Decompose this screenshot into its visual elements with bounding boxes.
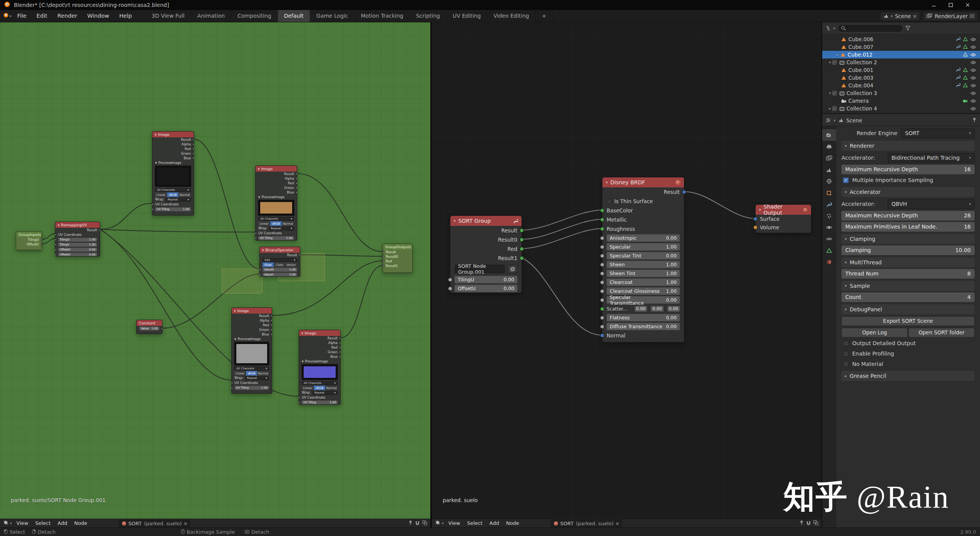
open-sort-folder-button[interactable]: Open SORT folder	[908, 328, 975, 337]
preview-toggle-row[interactable]: ▾PreviewImage	[152, 160, 194, 165]
wrap-dropdown[interactable]: Repeat▾	[166, 198, 191, 202]
disney-brdf-node[interactable]: ▾ Disney BRDF Result Is Thin Surface Bas…	[602, 177, 684, 342]
node-header[interactable]: ▾ Shader Output	[756, 205, 811, 215]
collapse-icon[interactable]: ▾	[301, 331, 303, 335]
node-input-row[interactable]: Result	[383, 250, 412, 254]
properties-editor-icon[interactable]	[826, 117, 831, 124]
tiling-slider[interactable]: UV Tiling1.00	[302, 401, 338, 404]
max-recursive-depth-slider[interactable]: Maximum Recursive Depth16	[841, 165, 975, 174]
sample-count-slider[interactable]: Count4	[841, 292, 975, 302]
node-output-row[interactable]: Result	[260, 253, 300, 257]
collection-checkbox[interactable]: ✓	[832, 91, 837, 95]
workspace-tab[interactable]: Default	[278, 10, 310, 22]
input-socket[interactable]	[600, 334, 604, 338]
outliner-row[interactable]: ▾ ✓ Collection 3	[822, 89, 980, 97]
editor-type-icon[interactable]	[3, 520, 9, 526]
accel-max-recursive-depth-slider[interactable]: Maximum Recursive Depth28	[841, 211, 975, 220]
workspace-tab[interactable]: Scripting	[410, 10, 447, 22]
output-socket[interactable]	[296, 191, 297, 194]
node-output-row[interactable]: Green	[299, 350, 340, 354]
output-properties-tab[interactable]	[822, 141, 836, 152]
input-socket[interactable]	[55, 238, 57, 241]
preview-toggle-row[interactable]: ▾PreviewImage	[232, 337, 272, 341]
value-slider[interactable]: Value1.00	[139, 327, 159, 331]
input-socket[interactable]	[753, 225, 758, 230]
node-input-row[interactable]: BaseColor	[602, 206, 684, 215]
outliner-row[interactable]: Cube.004	[822, 82, 980, 89]
node-output-row[interactable]: OffsetU	[16, 242, 42, 247]
clamping-panel-header[interactable]: ▾Clamping	[841, 234, 975, 244]
node-slider-row[interactable]: TilingV1.00	[55, 242, 100, 247]
segment-linear[interactable]: Linear	[302, 386, 314, 390]
export-sort-scene-button[interactable]: Export SORT Scene	[841, 316, 975, 326]
new-view-layer-icon[interactable]	[970, 13, 974, 19]
tiling-slider[interactable]: UV Tiling1.00	[258, 236, 294, 240]
segment-srgb[interactable]: sRGB	[246, 371, 258, 376]
collapse-icon[interactable]: ▾	[258, 167, 260, 171]
node-output-row[interactable]: Green	[256, 185, 297, 190]
wrench-icon[interactable]	[956, 36, 960, 42]
expand-icon[interactable]: ▾	[828, 91, 832, 95]
accelerator-panel-header[interactable]: ▾Accelerator	[841, 187, 975, 197]
input-socket[interactable]	[55, 253, 57, 256]
output-socket[interactable]	[296, 173, 297, 175]
wrap-row[interactable]: Wrap:Repeat▾	[299, 390, 340, 395]
mesh-data-icon[interactable]	[963, 52, 968, 58]
node-output-row[interactable]: Alpha	[299, 341, 340, 345]
shader-node-editor-right[interactable]: ▾ SORT Group ResultResult0RedResult1 SOR…	[432, 22, 821, 528]
expand-icon[interactable]: ▸	[835, 53, 840, 57]
tiling-row[interactable]: UV Tiling1.00	[152, 207, 194, 212]
input-socket[interactable]	[600, 316, 604, 320]
collapse-icon[interactable]: ▾	[58, 223, 60, 227]
wrap-dropdown[interactable]: Repeat▾	[313, 391, 338, 395]
normal-input-row[interactable]: Normal	[602, 331, 684, 340]
preview-toggle-row[interactable]: ▾PreviewImage	[299, 359, 340, 364]
collapse-icon[interactable]: ▾	[262, 248, 264, 252]
accelerator-dropdown[interactable]: QBVH▾	[888, 199, 975, 209]
menu-item[interactable]: Window	[82, 10, 114, 22]
output-socket[interactable]	[339, 346, 341, 349]
node-slider-row[interactable]: Clearcoat1.00	[602, 278, 684, 287]
output-socket[interactable]	[192, 152, 194, 155]
output-socket[interactable]	[520, 238, 524, 242]
node-output-row[interactable]: Result	[152, 137, 194, 142]
minimize-icon[interactable]	[925, 0, 942, 10]
output-socket[interactable]	[99, 229, 100, 232]
outliner-row[interactable]: Cube.003	[822, 74, 980, 82]
node-output-row[interactable]: Alpha	[256, 176, 297, 181]
tiling-row[interactable]: UV Tiling1.00	[256, 235, 297, 240]
camera-data-icon[interactable]	[963, 98, 968, 104]
input-socket[interactable]	[231, 386, 233, 389]
group-outputs-node[interactable]: GroupOutputs ResultResult0RedResult1	[383, 244, 413, 273]
eye-icon[interactable]	[970, 82, 976, 88]
sort-group-node[interactable]: ▾ SORT Group ResultResult0RedResult1 SOR…	[450, 215, 522, 293]
output-socket[interactable]	[520, 229, 524, 233]
node-slider-row[interactable]: Anisotropic0.00	[602, 234, 684, 242]
editor-divider[interactable]	[430, 22, 432, 528]
node-header[interactable]: ▾Image	[299, 330, 340, 336]
collapse-icon[interactable]: ▾	[155, 133, 157, 137]
outliner-row[interactable]: Cube.007	[822, 43, 980, 51]
wrap-row[interactable]: Wrap:Repeat▾	[232, 376, 272, 381]
output-socket[interactable]	[161, 327, 162, 330]
output-socket[interactable]	[271, 315, 272, 317]
node-output-row[interactable]: Red	[256, 181, 297, 185]
output-socket[interactable]	[271, 319, 272, 322]
node-tree-selector[interactable]: SORT (parked. suelo)	[119, 520, 190, 527]
node-output-row[interactable]: Blue	[256, 190, 297, 195]
input-socket[interactable]	[600, 209, 604, 213]
output-socket[interactable]	[271, 324, 272, 327]
segment-linear[interactable]: Linear	[155, 192, 167, 197]
wrap-dropdown[interactable]: Repeat▾	[245, 376, 269, 380]
menu-item[interactable]: Add	[54, 519, 71, 528]
node-input-row[interactable]: Metallic	[602, 215, 684, 224]
eye-icon[interactable]	[970, 52, 976, 58]
wrench-icon[interactable]	[956, 75, 960, 81]
workspace-tab[interactable]: UV Editing	[447, 10, 487, 22]
node-slider-row[interactable]: OffsetV0.00	[55, 252, 100, 257]
volume-input-row[interactable]: Volume	[756, 223, 811, 232]
channels-dropdown[interactable]: All Channels▾	[302, 381, 338, 385]
segment-normal[interactable]: Normal	[326, 386, 338, 390]
output-socket[interactable]	[339, 342, 341, 344]
outliner-row[interactable]: Camera	[822, 97, 980, 105]
